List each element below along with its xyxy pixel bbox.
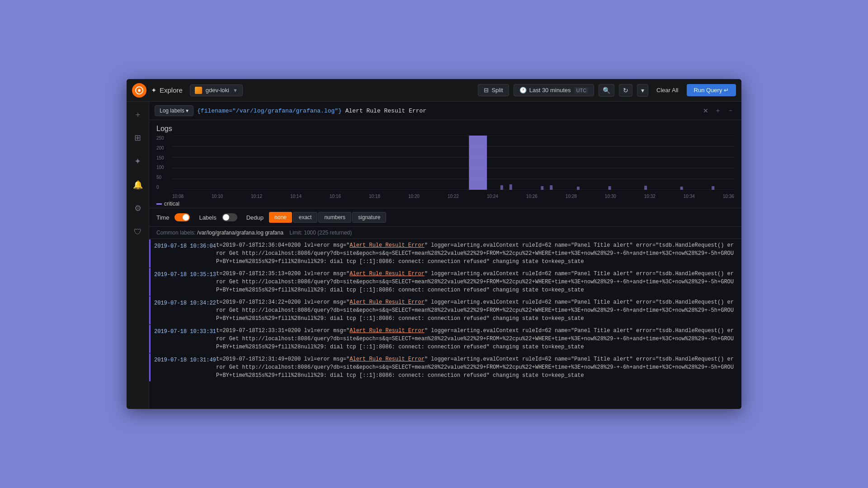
y-axis-50: 50 bbox=[156, 175, 170, 180]
run-query-label: Run Query ↵ bbox=[694, 87, 729, 94]
query-actions: ✕ ＋ － bbox=[701, 106, 736, 116]
table-row[interactable]: 2019-07-18 10:31:49 t=2019-07-18T12:31:4… bbox=[149, 353, 741, 381]
query-close-button[interactable]: ✕ bbox=[701, 106, 711, 115]
query-editor[interactable]: {filename="/var/log/grafana/grafana.log"… bbox=[197, 108, 697, 114]
query-filter-part: Alert Rule Result Error bbox=[342, 108, 426, 114]
common-labels-limit: Limit: 1000 (225 returned) bbox=[289, 230, 352, 236]
sidebar-item-dashboards[interactable]: ⊞ bbox=[131, 131, 145, 145]
log-timestamp-4: 2019-07-18 10:33:31 bbox=[151, 327, 216, 351]
query-label-part: {filename="/var/log/grafana/grafana.log"… bbox=[197, 108, 342, 114]
log-link-4[interactable]: Alert Rule Result Error bbox=[349, 328, 425, 334]
log-labels-button[interactable]: Log labels ▾ bbox=[155, 105, 193, 116]
explore-label: Explore bbox=[160, 86, 183, 94]
query-collapse-button[interactable]: － bbox=[725, 106, 736, 116]
log-timestamp-5: 2019-07-18 10:31:49 bbox=[151, 355, 216, 380]
main-layout: ＋ ⊞ ✦ 🔔 ⚙ 🛡 Log labels ▾ {filename="/var… bbox=[127, 102, 741, 409]
x-axis-labels: 10:08 10:10 10:12 10:14 10:16 10:18 10:2… bbox=[172, 194, 734, 199]
svg-rect-9 bbox=[500, 185, 503, 190]
dedup-none-button[interactable]: none bbox=[269, 212, 292, 223]
sidebar-item-alerting[interactable]: 🔔 bbox=[131, 178, 145, 192]
chevron-down-icon: ▾ bbox=[641, 87, 644, 94]
common-labels-prefix: Common labels: bbox=[156, 230, 196, 236]
refresh-button[interactable]: ↻ bbox=[619, 84, 632, 97]
search-icon: 🔍 bbox=[603, 87, 610, 94]
time-toggle-knob bbox=[183, 214, 189, 221]
svg-rect-14 bbox=[609, 186, 611, 190]
y-axis-200: 200 bbox=[156, 145, 170, 150]
table-row[interactable]: 2019-07-18 10:36:04 t=2019-07-18T12:36:0… bbox=[149, 239, 741, 267]
table-row[interactable]: 2019-07-18 10:34:22 t=2019-07-18T12:34:2… bbox=[149, 296, 741, 324]
svg-point-1 bbox=[138, 89, 141, 92]
labels-label: Labels bbox=[199, 214, 216, 221]
log-timestamp-2: 2019-07-18 10:35:13 bbox=[151, 270, 216, 294]
sidebar-item-explore[interactable]: ✦ bbox=[131, 154, 145, 169]
log-entries-list: 2019-07-18 10:36:04 t=2019-07-18T12:36:0… bbox=[149, 239, 741, 409]
y-axis-150: 150 bbox=[156, 155, 170, 160]
svg-rect-13 bbox=[577, 187, 580, 190]
app-window: ✦ Explore gdev-loki ▼ ⊟ Split 🕐 Last 30 … bbox=[127, 79, 741, 409]
time-range-label: Last 30 minutes bbox=[529, 87, 571, 94]
svg-rect-12 bbox=[550, 185, 552, 190]
controls-row: Time Labels Dedup none exact numbers sig… bbox=[149, 208, 741, 227]
log-link-2[interactable]: Alert Rule Result Error bbox=[349, 271, 425, 277]
y-axis-0: 0 bbox=[156, 185, 170, 190]
log-link-1[interactable]: Alert Rule Result Error bbox=[349, 242, 425, 249]
split-icon: ⊟ bbox=[484, 87, 489, 94]
svg-rect-8 bbox=[469, 136, 487, 190]
table-row[interactable]: 2019-07-18 10:33:31 t=2019-07-18T12:33:3… bbox=[149, 325, 741, 353]
y-axis-100: 100 bbox=[156, 165, 170, 170]
log-content-5: t=2019-07-18T12:31:49+0200 lvl=eror msg=… bbox=[216, 355, 741, 380]
legend-color-critical bbox=[156, 203, 162, 205]
dedup-exact-button[interactable]: exact bbox=[293, 212, 318, 223]
dedup-numbers-button[interactable]: numbers bbox=[318, 212, 351, 223]
chart-area: 0 50 100 150 200 250 bbox=[149, 136, 741, 208]
labels-toggle[interactable] bbox=[222, 213, 237, 221]
content-area: Log labels ▾ {filename="/var/log/grafana… bbox=[149, 102, 741, 409]
query-row: Log labels ▾ {filename="/var/log/grafana… bbox=[149, 102, 741, 120]
svg-rect-15 bbox=[644, 186, 647, 190]
chevron-down-icon: ▼ bbox=[233, 88, 238, 93]
dedup-buttons: none exact numbers signature bbox=[269, 212, 386, 223]
explore-nav[interactable]: ✦ Explore bbox=[151, 86, 183, 94]
search-button[interactable]: 🔍 bbox=[599, 84, 614, 97]
grafana-logo bbox=[132, 83, 146, 98]
log-content-2: t=2019-07-18T12:35:13+0200 lvl=eror msg=… bbox=[216, 270, 741, 294]
sidebar-item-settings[interactable]: ⚙ bbox=[131, 201, 145, 216]
time-toggle[interactable] bbox=[175, 213, 190, 221]
svg-rect-17 bbox=[712, 186, 714, 190]
sidebar-item-shield[interactable]: 🛡 bbox=[131, 225, 145, 239]
run-query-button[interactable]: Run Query ↵ bbox=[687, 84, 736, 96]
compass-icon: ✦ bbox=[151, 86, 157, 94]
datasource-picker[interactable]: gdev-loki ▼ bbox=[190, 84, 243, 96]
table-row[interactable]: 2019-07-18 10:35:13 t=2019-07-18T12:35:1… bbox=[149, 268, 741, 296]
refresh-icon: ↻ bbox=[623, 87, 628, 94]
log-timestamp-3: 2019-07-18 10:34:22 bbox=[151, 298, 216, 323]
logs-section: Logs 0 50 100 150 200 250 bbox=[149, 120, 741, 409]
datasource-name: gdev-loki bbox=[206, 87, 229, 94]
time-range-picker[interactable]: 🕐 Last 30 minutes UTC bbox=[514, 84, 594, 96]
sidebar-item-add[interactable]: ＋ bbox=[131, 107, 145, 122]
clock-icon: 🕐 bbox=[519, 87, 527, 94]
clear-all-button[interactable]: Clear All bbox=[653, 84, 682, 96]
common-labels-path: /var/log/grafana/grafana.log grafana bbox=[197, 230, 283, 236]
more-options-button[interactable]: ▾ bbox=[637, 84, 648, 97]
log-link-3[interactable]: Alert Rule Result Error bbox=[349, 299, 425, 305]
dedup-signature-button[interactable]: signature bbox=[352, 212, 386, 223]
chart-legend: critical bbox=[156, 199, 734, 209]
datasource-icon bbox=[195, 87, 202, 94]
query-add-button[interactable]: ＋ bbox=[712, 106, 723, 116]
topbar: ✦ Explore gdev-loki ▼ ⊟ Split 🕐 Last 30 … bbox=[127, 79, 741, 102]
split-button[interactable]: ⊟ Split bbox=[478, 84, 509, 96]
utc-label: UTC bbox=[574, 87, 588, 94]
log-content-4: t=2019-07-18T12:33:31+0200 lvl=eror msg=… bbox=[216, 327, 741, 351]
time-label: Time bbox=[156, 214, 169, 221]
log-timestamp-1: 2019-07-18 10:36:04 bbox=[151, 241, 216, 266]
log-link-5[interactable]: Alert Rule Result Error bbox=[349, 356, 425, 362]
log-chart-svg bbox=[172, 136, 734, 190]
y-axis-250: 250 bbox=[156, 136, 170, 141]
dedup-label: Dedup bbox=[246, 214, 264, 221]
svg-rect-16 bbox=[680, 187, 683, 190]
log-content-3: t=2019-07-18T12:34:22+0200 lvl=eror msg=… bbox=[216, 298, 741, 323]
sidebar: ＋ ⊞ ✦ 🔔 ⚙ 🛡 bbox=[127, 102, 149, 409]
legend-critical: critical bbox=[156, 201, 179, 207]
